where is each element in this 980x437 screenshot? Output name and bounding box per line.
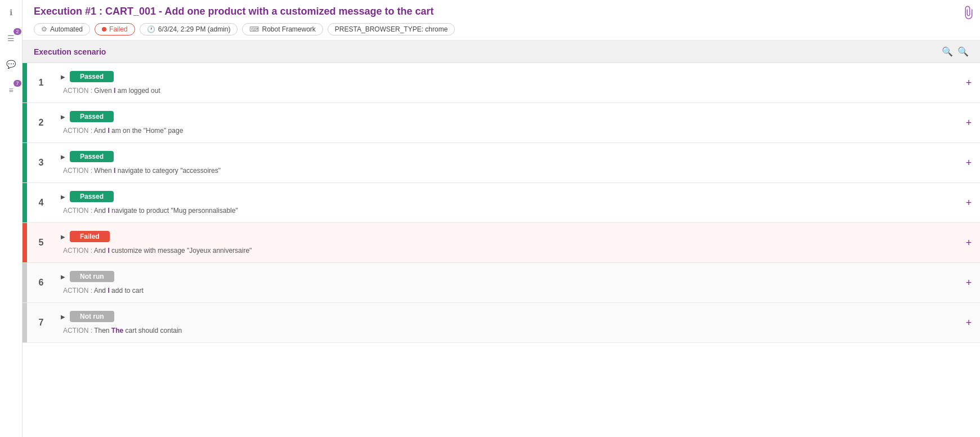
tag-browser: PRESTA_BROWSER_TYPE: chrome bbox=[328, 23, 455, 35]
step-add-5[interactable]: + bbox=[957, 223, 980, 262]
action-label-3: ACTION : bbox=[63, 167, 92, 175]
sidebar-icon-menu[interactable]: ≡ 7 bbox=[3, 82, 19, 98]
failed-dot bbox=[102, 27, 106, 32]
page-title: Execution #1 : CART_001 - Add one produc… bbox=[34, 6, 969, 17]
step-row-7: 7 ▶ Not run ACTION : Then The cart shoul… bbox=[23, 303, 980, 343]
expand-arrow-6[interactable]: ▶ bbox=[61, 274, 65, 280]
status-badge-1: Passed bbox=[70, 71, 114, 82]
tag-automated: ⚙ Automated bbox=[34, 23, 90, 35]
step-number-3: 3 bbox=[27, 143, 55, 182]
action-line-1: ACTION : Given I am logged out bbox=[61, 87, 952, 95]
step-number-1: 1 bbox=[27, 63, 55, 102]
status-badge-2: Passed bbox=[70, 111, 114, 122]
step-body-1: ▶ Passed ACTION : Given I am logged out bbox=[55, 63, 957, 102]
action-text-7: Then The cart should contain bbox=[94, 327, 182, 335]
sidebar-badge-list: 2 bbox=[14, 28, 21, 35]
step-indicator-7 bbox=[23, 303, 27, 342]
step-badge-row-7: ▶ Not run bbox=[61, 311, 952, 322]
zoom-in-icon[interactable]: 🔍 bbox=[942, 46, 953, 57]
step-add-1[interactable]: + bbox=[957, 63, 980, 102]
sidebar-icon-info[interactable]: ℹ bbox=[3, 5, 19, 20]
action-text-5: And I customize with message "Joyeux ann… bbox=[94, 247, 252, 255]
section-title: Execution scenario bbox=[34, 47, 106, 56]
step-number-2: 2 bbox=[27, 103, 55, 142]
status-badge-4: Passed bbox=[70, 191, 114, 202]
action-text-3: When I navigate to category "accessoires… bbox=[94, 167, 221, 175]
expand-arrow-2[interactable]: ▶ bbox=[61, 114, 65, 120]
step-row-5: 5 ▶ Failed ACTION : And I customize with… bbox=[23, 223, 980, 263]
action-label-6: ACTION : bbox=[63, 287, 92, 295]
expand-arrow-5[interactable]: ▶ bbox=[61, 234, 65, 240]
step-indicator-2 bbox=[23, 103, 27, 142]
action-line-6: ACTION : And I add to cart bbox=[61, 287, 952, 295]
step-badge-row-2: ▶ Passed bbox=[61, 111, 952, 122]
step-badge-row-3: ▶ Passed bbox=[61, 151, 952, 162]
step-badge-row-4: ▶ Passed bbox=[61, 191, 952, 202]
action-text-6: And I add to cart bbox=[94, 287, 144, 295]
step-row-2: 2 ▶ Passed ACTION : And I am on the "Hom… bbox=[23, 103, 980, 143]
step-row-1: 1 ▶ Passed ACTION : Given I am logged ou… bbox=[23, 63, 980, 103]
section-actions: 🔍 🔍 bbox=[942, 46, 969, 57]
tag-date-label: 6/3/24, 2:29 PM (admin) bbox=[158, 25, 231, 33]
step-add-4[interactable]: + bbox=[957, 183, 980, 222]
step-number-4: 4 bbox=[27, 183, 55, 222]
status-badge-3: Passed bbox=[70, 151, 114, 162]
step-add-6[interactable]: + bbox=[957, 263, 980, 302]
step-body-2: ▶ Passed ACTION : And I am on the "Home"… bbox=[55, 103, 957, 142]
header: Execution #1 : CART_001 - Add one produc… bbox=[23, 0, 980, 41]
step-body-6: ▶ Not run ACTION : And I add to cart bbox=[55, 263, 957, 302]
action-label-2: ACTION : bbox=[63, 127, 92, 135]
action-label-4: ACTION : bbox=[63, 207, 92, 215]
action-line-2: ACTION : And I am on the "Home" page bbox=[61, 127, 952, 135]
expand-arrow-1[interactable]: ▶ bbox=[61, 74, 65, 80]
steps-list: 1 ▶ Passed ACTION : Given I am logged ou… bbox=[23, 63, 980, 437]
tag-failed-label: Failed bbox=[109, 25, 128, 33]
status-badge-7: Not run bbox=[70, 311, 114, 322]
expand-arrow-7[interactable]: ▶ bbox=[61, 314, 65, 320]
expand-arrow-4[interactable]: ▶ bbox=[61, 194, 65, 200]
step-body-4: ▶ Passed ACTION : And I navigate to prod… bbox=[55, 183, 957, 222]
page-wrapper: ℹ ☰ 2 💬 ≡ 7 Execution #1 : CART_001 - Ad… bbox=[0, 0, 980, 437]
tag-framework-label: Robot Framework bbox=[262, 25, 315, 33]
step-add-3[interactable]: + bbox=[957, 143, 980, 182]
step-indicator-3 bbox=[23, 143, 27, 182]
step-body-5: ▶ Failed ACTION : And I customize with m… bbox=[55, 223, 957, 262]
step-row-6: 6 ▶ Not run ACTION : And I add to cart + bbox=[23, 263, 980, 303]
step-number-6: 6 bbox=[27, 263, 55, 302]
step-add-2[interactable]: + bbox=[957, 103, 980, 142]
action-line-5: ACTION : And I customize with message "J… bbox=[61, 247, 952, 255]
action-text-1: Given I am logged out bbox=[94, 87, 160, 95]
code-icon: ⌨ bbox=[249, 25, 259, 33]
step-indicator-4 bbox=[23, 183, 27, 222]
sidebar-icon-list[interactable]: ☰ 2 bbox=[3, 30, 19, 46]
step-indicator-5 bbox=[23, 223, 27, 262]
header-tags: ⚙ Automated Failed 🕐 6/3/24, 2:29 PM (ad… bbox=[34, 23, 969, 35]
action-line-7: ACTION : Then The cart should contain bbox=[61, 327, 952, 335]
step-body-3: ▶ Passed ACTION : When I navigate to cat… bbox=[55, 143, 957, 182]
step-badge-row-1: ▶ Passed bbox=[61, 71, 952, 82]
step-add-7[interactable]: + bbox=[957, 303, 980, 342]
step-row-3: 3 ▶ Passed ACTION : When I navigate to c… bbox=[23, 143, 980, 183]
step-number-5: 5 bbox=[27, 223, 55, 262]
attachment-icon[interactable] bbox=[962, 6, 973, 21]
tag-automated-label: Automated bbox=[50, 25, 83, 33]
expand-arrow-3[interactable]: ▶ bbox=[61, 154, 65, 160]
step-indicator-6 bbox=[23, 263, 27, 302]
step-row-4: 4 ▶ Passed ACTION : And I navigate to pr… bbox=[23, 183, 980, 223]
section-header: Execution scenario 🔍 🔍 bbox=[23, 41, 980, 63]
action-label-5: ACTION : bbox=[63, 247, 92, 255]
action-text-2: And I am on the "Home" page bbox=[94, 127, 184, 135]
status-badge-6: Not run bbox=[70, 271, 114, 282]
tag-framework: ⌨ Robot Framework bbox=[242, 23, 323, 35]
sidebar: ℹ ☰ 2 💬 ≡ 7 bbox=[0, 0, 23, 437]
tag-date: 🕐 6/3/24, 2:29 PM (admin) bbox=[140, 23, 238, 35]
sidebar-icon-chat[interactable]: 💬 bbox=[3, 56, 19, 72]
step-body-7: ▶ Not run ACTION : Then The cart should … bbox=[55, 303, 957, 342]
action-label-7: ACTION : bbox=[63, 327, 92, 335]
step-badge-row-6: ▶ Not run bbox=[61, 271, 952, 282]
step-number-7: 7 bbox=[27, 303, 55, 342]
zoom-out-icon[interactable]: 🔍 bbox=[957, 46, 969, 57]
action-text-4: And I navigate to product "Mug personnal… bbox=[94, 207, 238, 215]
action-line-4: ACTION : And I navigate to product "Mug … bbox=[61, 207, 952, 215]
robot-icon: ⚙ bbox=[41, 25, 47, 33]
